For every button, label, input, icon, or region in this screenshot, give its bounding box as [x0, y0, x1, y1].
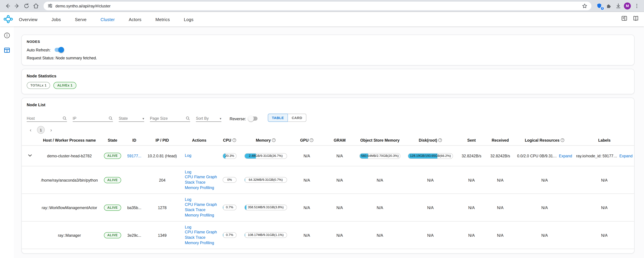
nodes-panel-title: NODES: [27, 40, 629, 44]
column-header-label: Received: [492, 138, 509, 143]
host-filter-input[interactable]: Host: [27, 114, 67, 122]
received-cell: N/A: [486, 166, 515, 194]
extensions-puzzle-icon[interactable]: [605, 2, 612, 10]
node-statistics-panel: Node Statistics TOTALx 1ALIVEx 1: [21, 69, 634, 94]
help-icon[interactable]: ?: [272, 138, 276, 142]
log-link[interactable]: Log: [181, 225, 217, 230]
labels-cell-content: N/A: [601, 205, 608, 210]
disk-root-cell: N/A: [404, 221, 457, 249]
column-header-logical-resources: Logical Resources?: [515, 136, 574, 146]
memory-profiling-link[interactable]: Memory Profiling: [181, 185, 217, 190]
logical-resources-cell-content: N/A: [542, 178, 548, 182]
profile-avatar[interactable]: M: [624, 2, 631, 9]
nav-tab-cluster[interactable]: Cluster: [100, 17, 115, 22]
table-row: ray::WorkflowManagementActorALIVEba35b..…: [22, 194, 634, 221]
cpu-flame-graph-link[interactable]: CPU Flame Graph: [181, 230, 217, 235]
cpu-flame-graph-link[interactable]: CPU Flame Graph: [181, 175, 217, 180]
search-icon: [186, 116, 190, 120]
column-header-state: State: [100, 136, 124, 146]
page-number[interactable]: 1: [37, 126, 45, 134]
view-toggle-card[interactable]: CARD: [288, 114, 306, 122]
object-store-memory-cell: N/A: [356, 194, 404, 221]
nav-tab-metrics[interactable]: Metrics: [156, 17, 170, 22]
expand-link[interactable]: Expand: [559, 154, 572, 158]
labels-cell: N/A: [574, 194, 634, 221]
help-icon[interactable]: ?: [561, 138, 564, 142]
memory-profiling-link[interactable]: Memory Profiling: [181, 240, 217, 245]
help-icon[interactable]: ?: [310, 138, 314, 142]
received-cell: 32.8242B/s: [486, 146, 515, 166]
log-link[interactable]: Log: [181, 170, 217, 175]
received-cell: N/A: [486, 221, 515, 249]
help-icon[interactable]: ?: [232, 138, 236, 142]
state-cell: ALIVE: [100, 146, 124, 166]
previous-page-icon[interactable]: ‹: [27, 126, 34, 134]
sort-by-select[interactable]: Sort By ▾: [196, 114, 222, 122]
url-text[interactable]: demo.syntho.ai/api/ray/#/cluster: [56, 4, 579, 8]
expand-link[interactable]: Expand: [619, 154, 632, 158]
info-icon[interactable]: [4, 32, 10, 40]
auto-refresh-toggle[interactable]: [54, 47, 64, 53]
forward-icon[interactable]: [13, 2, 20, 10]
actions-cell: Log: [180, 146, 218, 166]
expander-cell[interactable]: [22, 146, 38, 166]
nav-tab-logs[interactable]: Logs: [184, 17, 194, 22]
nav-tab-actors[interactable]: Actors: [129, 17, 142, 22]
node-table-view-icon[interactable]: [4, 47, 10, 55]
column-header-label: Memory: [256, 138, 271, 143]
view-toggle-table[interactable]: TABLE: [268, 114, 288, 122]
stack-trace-link[interactable]: Stack Trace: [181, 207, 217, 213]
nav-tab-jobs[interactable]: Jobs: [52, 17, 61, 22]
cpu-flame-graph-link[interactable]: CPU Flame Graph: [181, 202, 217, 208]
table-row: /home/ray/anaconda3/bin/pythonALIVE204Lo…: [22, 166, 634, 194]
ray-logo-icon[interactable]: [3, 15, 13, 24]
chevron-down-icon[interactable]: [27, 153, 33, 158]
shield-extension-icon[interactable]: 2: [596, 2, 603, 10]
labels-cell-content: N/A: [601, 233, 608, 237]
reload-icon[interactable]: [22, 2, 30, 10]
usage-bar-label: 20.3%: [223, 153, 236, 158]
address-bar[interactable]: demo.syntho.ai/api/ray/#/cluster: [44, 2, 592, 10]
chevron-down-icon: ▾: [142, 117, 144, 120]
labels-cell: N/A: [574, 166, 634, 194]
next-page-icon[interactable]: ›: [47, 126, 55, 134]
logical-resources-cell-content: 0.0/2.0 CPU 0B/9.31…Expand: [517, 154, 572, 158]
node-list-title: Node List: [22, 102, 634, 107]
host-name-cell: demo-cluster-head-b2782: [38, 146, 100, 166]
bookmark-star-icon[interactable]: [582, 3, 588, 9]
stack-trace-link[interactable]: Stack Trace: [181, 180, 217, 185]
site-info-icon[interactable]: [47, 3, 53, 9]
logical-resources-cell-content: N/A: [542, 205, 548, 210]
back-icon[interactable]: [4, 2, 11, 10]
node-stats-chips: TOTALx 1ALIVEx 1: [27, 82, 629, 89]
node-id-link[interactable]: 59177...: [127, 154, 141, 158]
node-stat-chip-alivex-1[interactable]: ALIVEx 1: [54, 82, 76, 89]
column-header-label: Host / Worker Process name: [43, 138, 96, 143]
usage-bar: 0.7%: [222, 232, 236, 238]
memory-profiling-link[interactable]: Memory Profiling: [181, 213, 217, 218]
usage-bar-label: 108.17MB/9.31GB(1.1%): [245, 232, 287, 237]
disk-root-cell: 128.19GB/193.65GB(66.2%): [404, 146, 457, 166]
download-icon[interactable]: [614, 2, 622, 10]
nav-tab-serve[interactable]: Serve: [75, 17, 86, 22]
docs-book-icon[interactable]: [632, 15, 639, 23]
browser-menu-icon[interactable]: [633, 2, 640, 10]
received-cell: N/A: [486, 194, 515, 221]
node-stat-chip-totalx-1[interactable]: TOTALx 1: [27, 82, 50, 89]
pagination: ‹ 1 ›: [22, 126, 634, 134]
ip-filter-input[interactable]: IP: [73, 114, 113, 122]
nav-tab-overview[interactable]: Overview: [19, 17, 38, 22]
home-icon[interactable]: [32, 2, 39, 10]
usage-bar: 0.7%: [222, 205, 236, 210]
reverse-toggle[interactable]: [248, 116, 259, 121]
state-cell: ALIVE: [100, 166, 124, 194]
state-filter-select[interactable]: State ▾: [119, 114, 144, 122]
page-size-input[interactable]: Page Size: [150, 114, 190, 122]
stack-trace-link[interactable]: Stack Trace: [181, 235, 217, 240]
log-link[interactable]: Log: [181, 153, 217, 159]
panel-icon[interactable]: [621, 15, 628, 23]
gram-cell: N/A: [323, 146, 356, 166]
help-icon[interactable]: ?: [438, 138, 442, 142]
log-link[interactable]: Log: [181, 197, 217, 202]
view-toggle: TABLECARD: [268, 114, 306, 122]
